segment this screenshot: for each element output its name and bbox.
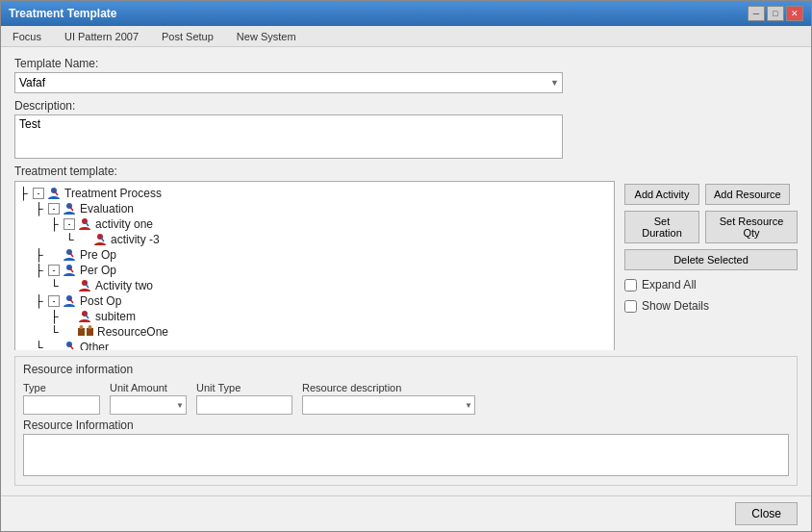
- menu-new-system[interactable]: New System: [229, 29, 304, 44]
- postop-expand-icon[interactable]: -: [48, 295, 60, 307]
- person-red-icon-subitem: [77, 310, 92, 323]
- unit-amount-select[interactable]: [110, 395, 187, 415]
- unit-amount-label: Unit Amount: [110, 382, 187, 393]
- svg-point-21: [89, 325, 92, 329]
- type-label: Type: [23, 382, 100, 393]
- set-duration-button[interactable]: Set Duration: [624, 211, 699, 243]
- expand-all-checkbox[interactable]: [624, 279, 637, 291]
- person-blue-icon-eval: [62, 202, 77, 215]
- description-textarea[interactable]: Test: [14, 114, 563, 159]
- postop-spacer: ├: [35, 294, 46, 308]
- svg-point-20: [80, 325, 84, 329]
- description-label: Description:: [14, 99, 798, 113]
- add-resource-button[interactable]: Add Resource: [705, 184, 790, 205]
- type-input[interactable]: [23, 395, 100, 415]
- resource-desc-select[interactable]: [302, 395, 475, 415]
- resource-fields-row: Type Unit Amount Unit Type Reso: [23, 382, 789, 415]
- person-blue-icon-other: [62, 341, 77, 350]
- show-details-label: Show Details: [642, 299, 709, 313]
- tree-node-act1[interactable]: ├ - activity one: [19, 216, 610, 232]
- act1a-spacer: └: [65, 233, 77, 246]
- resource-information-label: Resource Information: [23, 418, 789, 432]
- menu-focus[interactable]: Focus: [5, 29, 49, 44]
- tree-node-eval[interactable]: ├ - Evaluation: [19, 201, 610, 216]
- act2-spacer: └: [50, 279, 62, 292]
- perop-spacer: ├: [35, 264, 46, 277]
- tree-node-postop[interactable]: ├ - Post Op: [19, 293, 610, 309]
- root-expand-icon[interactable]: -: [33, 188, 44, 199]
- person-red-icon-act1: [77, 217, 92, 231]
- content-area: Template Name: Vafaf Description: Test T…: [1, 47, 811, 495]
- show-details-row: Show Details: [624, 299, 798, 313]
- person-red-icon-act1a: [92, 233, 108, 246]
- perop-expand-icon[interactable]: -: [48, 265, 60, 276]
- maximize-button[interactable]: □: [767, 6, 784, 21]
- set-resource-qty-button[interactable]: Set Resource Qty: [705, 211, 798, 243]
- resource-desc-field: Resource description: [302, 382, 475, 415]
- tree-container[interactable]: ├ - Treatment Process ├ - Evaluation: [14, 181, 615, 350]
- window-controls: ─ □ ✕: [748, 6, 803, 21]
- type-field: Type: [23, 382, 100, 415]
- node-label-act1: activity one: [95, 217, 153, 231]
- expand-all-row: Expand All: [624, 278, 798, 291]
- resource-section-title: Resource information: [23, 363, 789, 376]
- expand-all-label: Expand All: [642, 278, 697, 291]
- delete-row: Delete Selected: [624, 249, 798, 270]
- resone-spacer: └: [50, 325, 62, 339]
- resource-info-section: Resource information Type Unit Amount Un…: [14, 356, 798, 486]
- node-label-root: Treatment Process: [64, 187, 162, 200]
- unit-type-field: Unit Type: [196, 382, 292, 415]
- node-label-act1a: activity -3: [111, 233, 160, 246]
- unit-type-input[interactable]: [196, 395, 292, 415]
- tree-node-resone[interactable]: └ ResourceOne: [19, 324, 610, 340]
- root-line-spacer: ├: [19, 187, 31, 200]
- template-name-combo-wrapper: Vafaf: [14, 72, 563, 93]
- menu-bar: Focus UI Pattern 2007 Post Setup New Sys…: [1, 26, 811, 47]
- main-area: Treatment template: ├ - Treatment Proces…: [14, 165, 798, 350]
- resource-icon-resone: [77, 325, 94, 339]
- resource-desc-label: Resource description: [302, 382, 475, 393]
- act1-expand-icon[interactable]: -: [63, 218, 75, 230]
- eval-expand-icon[interactable]: -: [48, 203, 60, 215]
- window-close-button[interactable]: ✕: [786, 6, 803, 21]
- buttons-section: Add Activity Add Resource Set Duration S…: [624, 165, 798, 350]
- node-label-eval: Evaluation: [80, 202, 134, 215]
- node-label-act2: Activity two: [95, 279, 153, 292]
- show-details-checkbox[interactable]: [624, 300, 637, 313]
- subitem-spacer: ├: [50, 310, 62, 323]
- svg-rect-19: [87, 328, 93, 336]
- treatment-template-label: Treatment template:: [14, 165, 615, 178]
- add-activity-button[interactable]: Add Activity: [624, 184, 699, 205]
- template-name-select[interactable]: Vafaf: [14, 72, 563, 93]
- minimize-button[interactable]: ─: [748, 6, 765, 21]
- tree-node-other[interactable]: └ Other: [19, 340, 610, 350]
- unit-type-label: Unit Type: [196, 382, 292, 393]
- delete-selected-button[interactable]: Delete Selected: [624, 249, 798, 270]
- tree-node-preop[interactable]: ├ Pre Op: [19, 247, 610, 263]
- act1-line-spacer: ├: [50, 217, 62, 231]
- person-blue-icon-postop: [62, 294, 77, 308]
- node-label-preop: Pre Op: [80, 248, 116, 262]
- add-buttons-row: Add Activity Add Resource: [624, 184, 798, 205]
- node-label-postop: Post Op: [80, 294, 121, 308]
- close-button[interactable]: Close: [735, 502, 798, 525]
- tree-node-root[interactable]: ├ - Treatment Process: [19, 186, 610, 201]
- person-blue-icon-perop: [62, 264, 77, 277]
- title-bar: Treatment Template ─ □ ✕: [1, 1, 811, 26]
- preop-spacer: ├: [35, 248, 46, 262]
- tree-section: Treatment template: ├ - Treatment Proces…: [14, 165, 615, 350]
- menu-post-setup[interactable]: Post Setup: [154, 29, 221, 44]
- node-label-other: Other: [80, 341, 109, 350]
- tree-node-subitem[interactable]: ├ subitem: [19, 309, 610, 324]
- window-title: Treatment Template: [9, 7, 116, 20]
- description-row: Description: Test: [14, 99, 798, 159]
- resource-information-textarea[interactable]: [23, 434, 789, 476]
- node-label-perop: Per Op: [80, 264, 116, 277]
- tree-node-act2[interactable]: └ Activity two: [19, 278, 610, 293]
- person-blue-icon-root: [46, 187, 62, 200]
- duration-row: Set Duration Set Resource Qty: [624, 211, 798, 243]
- template-name-row: Template Name: Vafaf: [14, 57, 798, 93]
- tree-node-act1a[interactable]: └ activity -3: [19, 232, 610, 247]
- menu-ui-pattern[interactable]: UI Pattern 2007: [57, 29, 146, 44]
- tree-node-perop[interactable]: ├ - Per Op: [19, 263, 610, 278]
